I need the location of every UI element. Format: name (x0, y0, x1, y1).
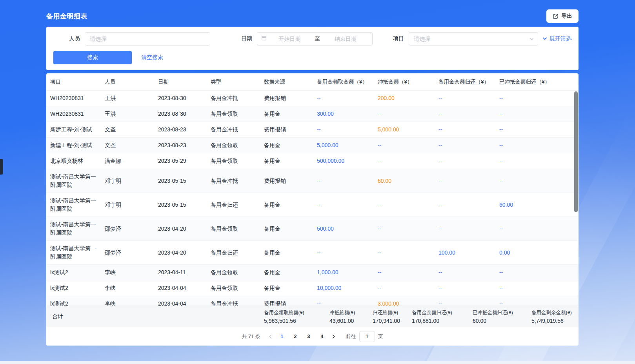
summary-stat-label: 备用金剩余金额(¥) (531, 309, 572, 316)
project-select[interactable] (409, 32, 538, 46)
project-select-input[interactable] (409, 32, 538, 46)
cell-project: 新建工程-刘-测试 (46, 138, 101, 153)
cell-balance-return: -- (435, 106, 495, 122)
project-filter-label: 项目 (393, 35, 404, 42)
column-header: 人员 (101, 78, 154, 86)
table-row[interactable]: lx测试2李峡2023-04-11备用金领取备用金1,000.00------ (46, 265, 579, 280)
cell-source: 备用金 (260, 197, 313, 213)
cell-date: 2023-08-30 (154, 106, 207, 122)
main-content: 备用金明细表 导出 人员 日期 (46, 0, 579, 346)
cell-balance-return: 100.00 (435, 245, 495, 260)
table-row[interactable]: 北京顺义杨林满金娜2023-05-29备用金领取备用金500,000.00---… (46, 153, 579, 169)
filter-panel: 人员 日期 至 项目 (46, 27, 579, 70)
person-filter-label: 人员 (69, 35, 80, 42)
column-header: 备用金余额归还（¥） (435, 78, 495, 86)
cell-project: 测试-南昌大学第一附属医院 (46, 169, 101, 193)
page-button-2[interactable]: 2 (290, 331, 301, 342)
cell-person: 文圣 (101, 122, 154, 137)
cell-project: 新建工程-刘-测试 (46, 122, 101, 137)
cell-received: -- (313, 122, 374, 137)
cell-offset-return: -- (495, 91, 579, 106)
summary-stat: 备用金领取总额(¥)5,963,501.56 (264, 309, 329, 324)
summary-stats: 备用金领取总额(¥)5,963,501.56冲抵总额(¥)43,601.00归还… (264, 309, 579, 324)
table-row[interactable]: 新建工程-刘-测试文圣2023-08-23备用金冲抵费用报销--5,000.00… (46, 122, 579, 138)
cell-source: 备用金 (260, 153, 313, 169)
table-row[interactable]: 新建工程-刘-测试文圣2023-08-23备用金领取备用金5,000.00---… (46, 138, 579, 153)
summary-stat-label: 备用金领取总额(¥) (264, 309, 326, 316)
table-body: WH20230831王洪2023-08-30备用金冲抵费用报销--200.00-… (46, 91, 579, 306)
cell-balance-return: -- (435, 265, 495, 280)
export-icon (553, 13, 559, 19)
table-row[interactable]: WH20230831王洪2023-08-30备用金领取备用金300.00----… (46, 106, 579, 122)
pagination-total: 共 71 条 (242, 333, 260, 340)
table-row[interactable]: WH20230831王洪2023-08-30备用金冲抵费用报销--200.00-… (46, 91, 579, 106)
drawer-handle[interactable] (0, 159, 3, 175)
table-row[interactable]: 测试-南昌大学第一附属医院邓宇明2023-05-15备用金归还备用金------… (46, 193, 579, 217)
prev-page-button[interactable] (266, 331, 275, 342)
cell-person: 李峡 (101, 265, 154, 280)
search-button[interactable]: 搜索 (53, 51, 132, 64)
date-range-picker[interactable]: 至 (257, 32, 373, 46)
cell-balance-return: -- (435, 138, 495, 153)
cell-received: 500,000.00 (313, 153, 374, 169)
cell-project: lx测试2 (46, 280, 101, 296)
export-button[interactable]: 导出 (546, 9, 579, 23)
cell-person: 邵梦泽 (101, 221, 154, 237)
cell-balance-return: -- (435, 280, 495, 296)
next-page-button[interactable] (329, 331, 338, 342)
cell-person: 邓宇明 (101, 173, 154, 189)
cell-date: 2023-04-20 (154, 245, 207, 260)
clear-search-link[interactable]: 清空搜索 (141, 54, 163, 61)
end-date-input[interactable] (323, 36, 369, 42)
page-button-1[interactable]: 1 (277, 331, 287, 342)
page-button-4[interactable]: 4 (317, 331, 328, 342)
expand-filters-link[interactable]: 展开筛选 (542, 35, 571, 42)
cell-received: -- (313, 173, 374, 189)
cell-offset: 3,000.00 (374, 296, 435, 306)
table-row[interactable]: 测试-南昌大学第一附属医院邵梦泽2023-04-20备用金归还备用金----10… (46, 241, 579, 265)
cell-type: 备用金冲抵 (207, 122, 260, 137)
cell-offset-return: -- (495, 138, 579, 153)
cell-person: 王洪 (101, 91, 154, 106)
summary-stat: 备用金余额归还(¥)170,881.00 (412, 309, 473, 324)
table-row[interactable]: lx测试2李峡2023-04-04备用金领取备用金10,000.00------ (46, 280, 579, 296)
summary-stat-label: 冲抵总额(¥) (329, 309, 369, 316)
column-header: 备用金领取金额（¥） (313, 78, 374, 86)
cell-offset: -- (374, 138, 435, 153)
table-scrollbar[interactable] (574, 91, 578, 212)
cell-type: 备用金领取 (207, 106, 260, 122)
person-select-input[interactable] (85, 32, 210, 46)
cell-source: 费用报销 (260, 122, 313, 137)
table-row[interactable]: 测试-南昌大学第一附属医院邓宇明2023-05-15备用金冲抵费用报销--60.… (46, 169, 579, 193)
cell-received: -- (313, 91, 374, 106)
summary-stat-value: 43,601.00 (329, 318, 369, 324)
page-button-3[interactable]: 3 (303, 331, 314, 342)
goto-label: 前往 (346, 333, 356, 340)
cell-project: 北京顺义杨林 (46, 153, 101, 169)
filter-row: 人员 日期 至 项目 (53, 32, 571, 46)
goto-page-input[interactable] (359, 331, 375, 342)
start-date-input[interactable] (267, 36, 313, 42)
app-background: 备用金明细表 导出 人员 日期 (0, 0, 635, 364)
summary-stat-value: 170,881.00 (412, 318, 469, 324)
cell-offset: -- (374, 106, 435, 122)
cell-received: 5,000.00 (313, 138, 374, 153)
column-header: 已冲抵金额归还（¥） (495, 78, 579, 86)
cell-type: 备用金领取 (207, 153, 260, 169)
summary-stat-label: 归还总额(¥) (373, 309, 408, 316)
cell-offset: 5,000.00 (374, 122, 435, 137)
cell-offset: 60.00 (374, 173, 435, 189)
summary-stat-value: 5,749,019.56 (531, 318, 572, 324)
cell-person: 王洪 (101, 106, 154, 122)
table-row[interactable]: lx测试2李峡2023-04-04备用金冲抵费用报销--3,000.00---- (46, 296, 579, 306)
summary-stat: 备用金剩余金额(¥)5,749,019.56 (531, 309, 576, 324)
cell-date: 2023-04-20 (154, 221, 207, 237)
data-table: 项目人员日期类型数据来源备用金领取金额（¥）冲抵金额（¥）备用金余额归还（¥）已… (46, 73, 579, 346)
cell-date: 2023-04-04 (154, 296, 207, 306)
topbar: 备用金明细表 导出 (46, 0, 579, 23)
chevron-down-icon (529, 36, 534, 43)
cell-offset-return: 0.00 (495, 245, 579, 260)
cell-offset-return: -- (495, 265, 579, 280)
table-row[interactable]: 测试-南昌大学第一附属医院邵梦泽2023-04-20备用金领取备用金500.00… (46, 217, 579, 241)
expand-label: 展开筛选 (549, 35, 571, 42)
